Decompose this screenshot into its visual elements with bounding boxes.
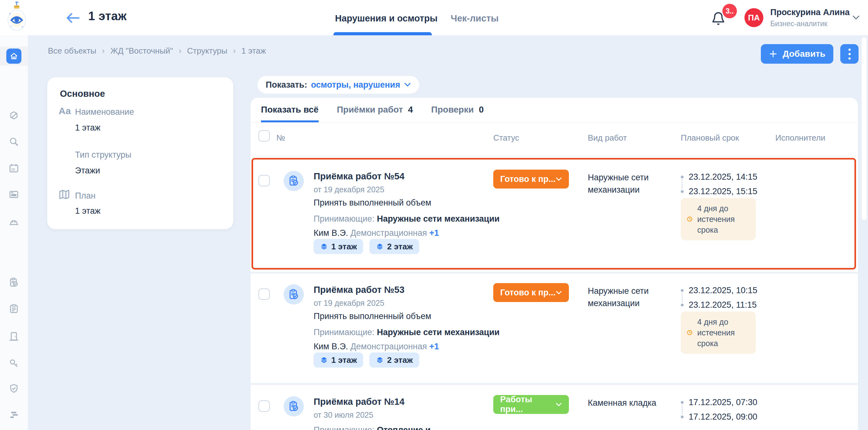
plus-icon [769,50,778,58]
svg-text:❄: ❄ [9,12,11,16]
tag-label: 2 этаж [387,242,412,252]
top-header: ❄ ❄ ❄ 1 этаж Нарушения и осмотры Чек-лис… [0,0,868,35]
column-status: Статус [493,133,519,143]
tab-acceptances[interactable]: Приёмки работ 4 [337,105,413,120]
info-card: Основное Аа Наименование 1 этаж Тип стру… [47,77,233,229]
sidebar-calendar-icon[interactable] [8,163,20,174]
column-work-type: Вид работ [588,133,627,143]
status-label: Готово к пр... [500,288,556,298]
sidebar-checklist-icon[interactable] [8,303,20,315]
status-dropdown[interactable]: Готово к пр... [493,170,569,188]
receiver-more-link[interactable]: +1 [429,228,439,238]
deadline-warning: 4 дня до истечения срока [681,198,756,240]
sidebar-door-icon[interactable] [8,331,20,342]
row-tags: 1 этаж 2 этаж [314,352,419,368]
user-menu[interactable]: ПА Проскурина Алина Бизнес-аналитик [744,6,864,29]
notification-badge: 3.. [722,4,737,18]
add-button[interactable]: Добавить [761,44,833,64]
structure-type-label: Тип структуры [75,150,131,160]
tag-floor[interactable]: 2 этаж [369,239,419,254]
tag-floor[interactable]: 1 этаж [314,239,363,254]
breadcrumb-object[interactable]: ЖД "Восточный" [110,46,173,56]
row-title[interactable]: Приёмка работ №54 [314,171,404,182]
timeline-connector [682,180,683,188]
receiver-team: Наружные сети механизации [377,214,500,223]
deadline-timeline: 17.12.2025, 07:30 17.12.2025, 09:00 [681,395,763,424]
sidebar-card-icon[interactable] [8,189,20,200]
deadline-warning-text: 4 дня до истечения срока [697,316,750,349]
sidebar-shield-icon[interactable] [8,383,20,394]
status-dropdown[interactable]: Готово к пр... [493,283,569,302]
sidebar-item-home[interactable] [6,49,22,64]
row-receivers: Принимающие: Наружные сети механизации К… [314,325,503,354]
divider [251,122,858,123]
tab-violations-inspections[interactable]: Нарушения и осмотры [335,13,437,24]
deadline-warning-text: 4 дня до истечения срока [697,203,750,235]
breadcrumb-separator: › [179,46,182,56]
deadline-end: 23.12.2025, 15:15 [689,187,757,196]
breadcrumb-current: 1 этаж [241,46,266,56]
acceptance-doc-icon [284,284,304,305]
deadline-warning: 4 дня до истечения срока [681,311,756,354]
row-title[interactable]: Приёмка работ №53 [314,285,404,295]
map-icon [58,188,71,201]
row-date: от 30 июля 2025 [314,410,373,420]
app-window: ❄ ❄ ❄ 1 этаж Нарушения и осмотры Чек-лис… [0,0,868,430]
breadcrumb-structures[interactable]: Структуры [187,46,227,56]
records-list-card: Показать всё Приёмки работ 4 Проверки 0 … [251,98,858,430]
show-filter-dropdown[interactable]: Показать: осмотры, нарушения [257,76,419,94]
work-type: Каменная кладка [588,397,673,409]
active-tab-underline [334,32,432,35]
chevron-down-icon [852,15,860,20]
tab-checklists[interactable]: Чек-листы [451,13,499,24]
timeline-dot [681,190,684,193]
svg-text:❄: ❄ [22,25,24,28]
row-checkbox[interactable] [258,288,270,300]
timeline-dot [681,416,684,418]
row-title[interactable]: Приёмка работ №14 [314,397,404,407]
tab-show-all[interactable]: Показать всё [261,105,319,123]
sidebar-acceptance-icon[interactable] [8,277,20,288]
name-field-label: Наименование [75,107,134,117]
row-checkbox[interactable] [258,175,270,186]
select-all-checkbox[interactable] [258,130,270,142]
column-deadline: Плановый срок [681,133,739,143]
column-assignees: Исполнители [775,133,826,143]
plan-field-label: План [75,191,95,201]
status-dropdown[interactable]: Работы при... [493,395,569,414]
scrollbar-thumb[interactable] [862,37,867,220]
stack-icon [376,242,384,251]
breadcrumb-separator: › [233,46,236,56]
more-actions-button[interactable] [840,44,859,64]
tab-inspections-label: Проверки [431,105,474,115]
tab-show-all-label: Показать всё [261,105,319,115]
row-date: от 19 декабря 2025 [314,185,384,194]
receiver-more-link[interactable]: +1 [429,342,439,351]
text-type-icon: Аа [59,105,71,116]
sidebar-structures-icon[interactable] [8,409,20,420]
row-checkbox[interactable] [258,400,270,412]
deadline-start: 17.12.2025, 07:30 [689,398,757,407]
timeline-dot [681,401,684,404]
tab-inspections[interactable]: Проверки 0 [431,105,484,120]
receiver-person: Ким В.Э. [314,342,348,351]
work-type: Наружные сети механизации [588,172,673,196]
back-arrow-icon[interactable] [66,12,80,24]
chevron-down-icon [556,291,562,295]
breadcrumb-all-objects[interactable]: Все объекты [48,46,96,56]
tag-label: 2 этаж [387,355,412,365]
sidebar-key-icon[interactable] [8,358,20,369]
row-date: от 19 декабря 2025 [314,299,384,308]
kebab-dot [848,49,851,51]
timeline-connector [682,293,683,302]
receiver-org: Демонстрационная [350,342,427,351]
divider [251,156,858,156]
tag-floor[interactable]: 2 этаж [369,352,419,368]
tag-floor[interactable]: 1 этаж [314,352,363,368]
sidebar-search-icon[interactable] [8,136,20,148]
page-title: 1 этаж [88,9,127,23]
sidebar-helmet-icon[interactable] [8,216,20,227]
sidebar-blocked-icon[interactable] [8,110,20,122]
tag-label: 1 этаж [331,242,357,252]
add-button-label: Добавить [783,49,826,59]
